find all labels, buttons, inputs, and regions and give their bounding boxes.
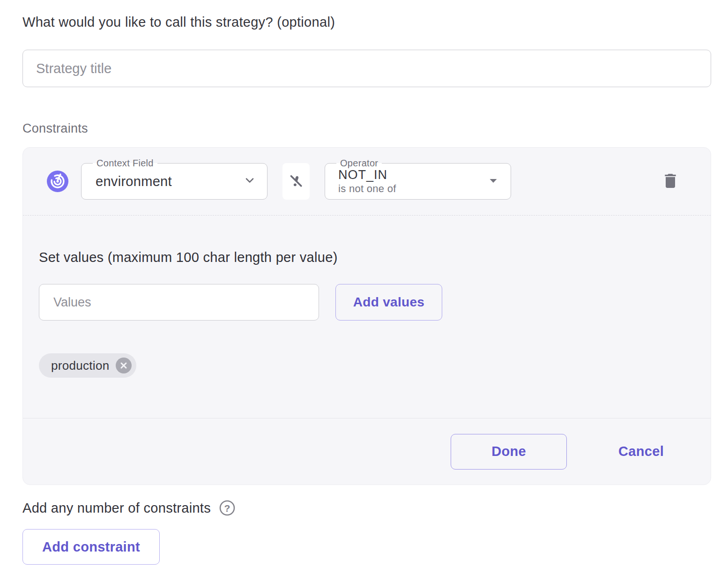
strategy-title-question: What would you like to call this strateg… xyxy=(22,14,711,30)
value-chip-label: production xyxy=(51,358,109,373)
add-constraint-button[interactable]: Add constraint xyxy=(22,529,160,565)
done-button[interactable]: Done xyxy=(451,434,567,470)
add-values-button[interactable]: Add values xyxy=(335,284,442,321)
help-icon: ? xyxy=(218,511,236,518)
strategy-title-input[interactable] xyxy=(22,50,711,87)
context-field-value: environment xyxy=(96,174,243,189)
constraint-card: Context Field environment xyxy=(22,147,711,485)
constraint-values-section: Set values (maximum 100 char length per … xyxy=(23,216,711,418)
strategy-form-page: What would you like to call this strateg… xyxy=(0,0,728,567)
delete-constraint-button[interactable] xyxy=(660,170,681,193)
chevron-down-icon xyxy=(243,173,257,189)
chip-remove-button[interactable] xyxy=(116,358,132,373)
operator-description: is not one of xyxy=(338,182,486,195)
dropdown-arrow-icon xyxy=(486,173,500,189)
operator-value: NOT_IN xyxy=(338,168,486,182)
constraint-footer: Done Cancel xyxy=(23,418,711,485)
values-input[interactable] xyxy=(39,284,319,321)
value-chip: production xyxy=(39,353,136,378)
unleash-constraint-icon xyxy=(47,171,68,192)
value-chip-list: production xyxy=(39,353,694,378)
operator-label: Operator xyxy=(336,158,382,168)
set-values-heading: Set values (maximum 100 char length per … xyxy=(39,249,694,265)
cancel-button[interactable]: Cancel xyxy=(618,444,664,459)
constraint-header: Context Field environment xyxy=(23,148,711,216)
context-field-label: Context Field xyxy=(93,158,157,168)
close-icon xyxy=(119,361,128,370)
constraints-hint-text: Add any number of constraints xyxy=(22,500,211,516)
help-button[interactable]: ? xyxy=(218,499,236,517)
constraints-section-label: Constraints xyxy=(22,121,711,136)
context-field-select[interactable]: Context Field environment xyxy=(81,163,267,200)
svg-text:?: ? xyxy=(224,503,230,514)
negation-slash-icon xyxy=(288,173,304,190)
trash-icon xyxy=(661,172,680,192)
operator-select[interactable]: Operator NOT_IN is not one of xyxy=(325,163,511,200)
negation-toggle-button[interactable] xyxy=(282,163,310,200)
